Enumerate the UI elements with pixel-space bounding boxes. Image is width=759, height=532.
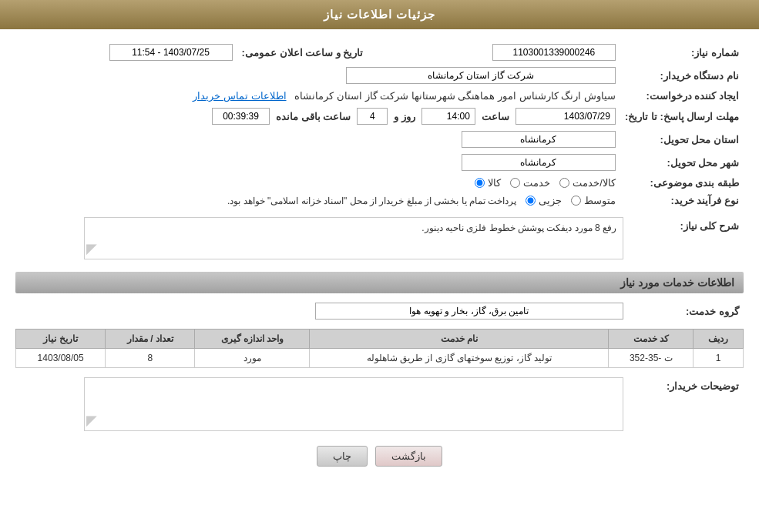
col-service-name: نام خدمت — [310, 330, 609, 349]
deadline-value: ساعت روز و ساعت باقی مانده — [15, 105, 620, 128]
delivery-province-value — [15, 128, 620, 151]
service-group-table: گروه خدمت: — [15, 299, 744, 323]
table-header: ردیف کد خدمت نام خدمت واحد اندازه گیری ت… — [16, 330, 744, 349]
content-area: شماره نیاز: تاریخ و ساعت اعلان عمومی: نا… — [0, 29, 759, 490]
purchase-type-label: نوع فرآیند خرید: — [620, 192, 744, 209]
cell-index: 1 — [694, 349, 744, 368]
row-buyer-notes: توضیحات خریدار: ◤ — [15, 374, 744, 434]
deadline-remaining-label: ساعت باقی مانده — [276, 111, 351, 122]
button-row: بازگشت چاپ — [15, 446, 744, 467]
row-province: استان محل تحویل: — [15, 128, 744, 151]
purchase-jozvi-radio[interactable] — [526, 196, 536, 206]
col-unit: واحد اندازه گیری — [195, 330, 310, 349]
category-kala-label: کالا — [488, 177, 501, 189]
category-khadamat-radio[interactable] — [510, 178, 520, 188]
row-deadline: مهلت ارسال پاسخ: تا تاریخ: ساعت روز و سا… — [15, 105, 744, 128]
service-group-input[interactable] — [315, 303, 623, 320]
need-number-input[interactable] — [492, 44, 616, 61]
delivery-province-label: استان محل تحویل: — [620, 128, 744, 151]
general-description-text: رفع 8 مورد دیفکت پوشش خطوط فلزی ناحیه دی… — [421, 223, 616, 233]
buyer-org-input[interactable] — [346, 67, 616, 84]
service-group-value — [15, 299, 628, 323]
category-khadamat-label: خدمت — [523, 177, 550, 189]
row-service-group: گروه خدمت: — [15, 299, 744, 323]
header-row: ردیف کد خدمت نام خدمت واحد اندازه گیری ت… — [16, 330, 744, 349]
row-category: طبقه بندی موضوعی: کالا/خدمت خدمت کالا — [15, 174, 744, 192]
cell-date: 1403/08/05 — [16, 349, 106, 368]
need-number-label: شماره نیاز: — [620, 41, 744, 64]
services-data-table: ردیف کد خدمت نام خدمت واحد اندازه گیری ت… — [15, 329, 744, 368]
deadline-date-input[interactable] — [516, 108, 616, 125]
deadline-label: مهلت ارسال پاسخ: تا تاریخ: — [620, 105, 744, 128]
page-header: جزئیات اطلاعات نیاز — [0, 0, 759, 29]
purchase-motavaset-label: متوسط — [584, 195, 616, 206]
purchase-note: پرداخت تمام یا بخشی از مبلغ خریدار از مح… — [227, 196, 516, 206]
announcement-datetime-value — [15, 41, 237, 64]
cell-service-name: تولید گاز، توزیع سوختهای گازی از طریق شا… — [310, 349, 609, 368]
row-requester: ایجاد کننده درخواست: سیاوش ارنگ کارشناس … — [15, 87, 744, 105]
services-section-title: اطلاعات خدمات مورد نیاز — [15, 272, 744, 293]
announcement-datetime-label: تاریخ و ساعت اعلان عمومی: — [237, 41, 368, 64]
purchase-jozvi-option[interactable]: جزیی — [526, 195, 562, 206]
main-info-table: شماره نیاز: تاریخ و ساعت اعلان عمومی: نا… — [15, 41, 744, 209]
category-kala-option[interactable]: کالا — [475, 177, 501, 189]
category-kala-radio[interactable] — [475, 178, 485, 188]
back-button[interactable]: بازگشت — [375, 446, 442, 467]
print-button[interactable]: چاپ — [317, 446, 368, 467]
purchase-motavaset-option[interactable]: متوسط — [571, 195, 616, 206]
general-description-table: شرح کلی نیاز: رفع 8 مورد دیفکت پوشش خطوط… — [15, 214, 744, 263]
service-group-label: گروه خدمت: — [628, 299, 744, 323]
page-title: جزئیات اطلاعات نیاز — [324, 8, 435, 21]
need-number-value — [398, 41, 620, 64]
category-value: کالا/خدمت خدمت کالا — [15, 174, 620, 192]
deadline-days-label: روز و — [394, 111, 415, 122]
buyer-notes-table: توضیحات خریدار: ◤ — [15, 374, 744, 434]
announcement-datetime-input[interactable] — [109, 44, 233, 61]
category-khadamat-option[interactable]: خدمت — [510, 177, 550, 189]
contact-link[interactable]: اطلاعات تماس خریدار — [193, 90, 286, 102]
cell-quantity: 8 — [106, 349, 195, 368]
purchase-jozvi-label: جزیی — [539, 195, 562, 206]
col-service-code: کد خدمت — [609, 330, 694, 349]
deadline-time-input[interactable] — [421, 108, 475, 125]
cell-unit: مورد — [195, 349, 310, 368]
requester-value: سیاوش ارنگ کارشناس امور هماهنگی شهرستانه… — [15, 87, 620, 105]
row-need-number: شماره نیاز: تاریخ و ساعت اعلان عمومی: — [15, 41, 744, 64]
category-kala-khadamat-label: کالا/خدمت — [573, 177, 616, 189]
row-buyer-org: نام دستگاه خریدار: — [15, 64, 744, 87]
delivery-province-input[interactable] — [462, 131, 616, 148]
row-general-description: شرح کلی نیاز: رفع 8 مورد دیفکت پوشش خطوط… — [15, 214, 744, 263]
requester-name: سیاوش ارنگ کارشناس امور هماهنگی شهرستانه… — [294, 90, 616, 102]
row-purchase-type: نوع فرآیند خرید: متوسط جزیی پرداخت تمام … — [15, 192, 744, 209]
delivery-city-value — [15, 151, 620, 174]
category-label: طبقه بندی موضوعی: — [620, 174, 744, 192]
table-row: 1 ت -35-352 تولید گاز، توزیع سوختهای گاز… — [16, 349, 744, 368]
category-kala-khadamat-option[interactable]: کالا/خدمت — [559, 177, 616, 189]
page-wrapper: جزئیات اطلاعات نیاز شماره نیاز: تاریخ و … — [0, 0, 759, 532]
delivery-city-label: شهر محل تحویل: — [620, 151, 744, 174]
deadline-remaining-input[interactable] — [212, 108, 270, 125]
buyer-org-label: نام دستگاه خریدار: — [620, 64, 744, 87]
cell-service-code: ت -35-352 — [609, 349, 694, 368]
purchase-motavaset-radio[interactable] — [571, 196, 581, 206]
general-description-value: رفع 8 مورد دیفکت پوشش خطوط فلزی ناحیه دی… — [15, 214, 628, 263]
col-date: تاریخ نیاز — [16, 330, 106, 349]
deadline-time-label: ساعت — [482, 111, 509, 122]
buyer-org-value — [15, 64, 620, 87]
col-quantity: تعداد / مقدار — [106, 330, 195, 349]
buyer-notes-value: ◤ — [15, 374, 628, 434]
purchase-type-value: متوسط جزیی پرداخت تمام یا بخشی از مبلغ خ… — [15, 192, 620, 209]
category-kala-khadamat-radio[interactable] — [559, 178, 569, 188]
requester-label: ایجاد کننده درخواست: — [620, 87, 744, 105]
table-body: 1 ت -35-352 تولید گاز، توزیع سوختهای گاز… — [16, 349, 744, 368]
delivery-city-input[interactable] — [462, 154, 616, 171]
deadline-days-input[interactable] — [357, 108, 388, 125]
col-index: ردیف — [694, 330, 744, 349]
buyer-notes-label: توضیحات خریدار: — [628, 374, 744, 434]
general-description-label: شرح کلی نیاز: — [628, 214, 744, 263]
row-city: شهر محل تحویل: — [15, 151, 744, 174]
